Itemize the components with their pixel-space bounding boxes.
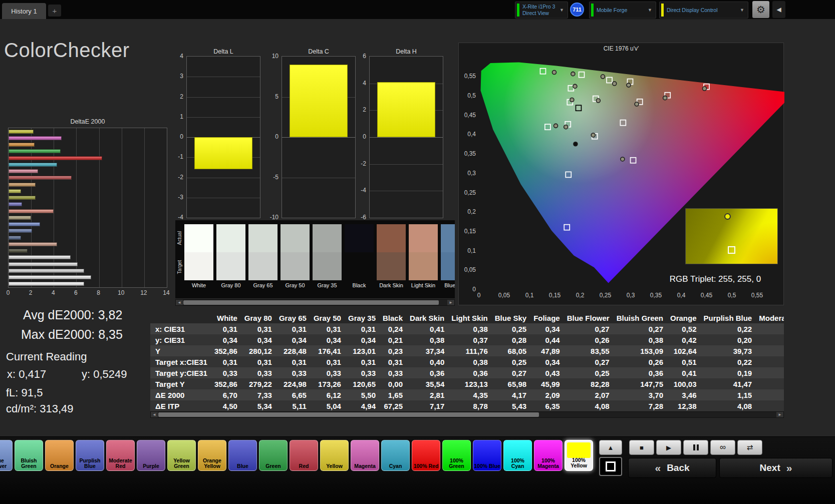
table-cell: ΔE ITP: [150, 400, 212, 411]
cie-horseshoe-plot: [459, 43, 784, 306]
x-axis-tick-label: 0,4: [671, 292, 691, 299]
scroll-right-icon[interactable]: ►: [447, 300, 454, 305]
patch-button-100-magenta[interactable]: 100% Magenta: [534, 440, 563, 471]
patch-button-purplish-blue[interactable]: Purplish Blue: [76, 440, 104, 471]
patch-button-moderate-red[interactable]: Moderate Red: [106, 440, 135, 471]
patch-button-100-yellow[interactable]: 100% Yellow: [565, 440, 593, 471]
scroll-left-icon[interactable]: ◄: [176, 300, 183, 305]
meter-dropdown[interactable]: X-Rite i1Pro 3 Direct View ▼: [515, 2, 568, 19]
table-cell: 0,46: [757, 356, 784, 367]
y-axis-tick-label: 0,25: [459, 189, 476, 196]
patch-button-100-green[interactable]: 100% Green: [442, 440, 471, 471]
add-tab-button[interactable]: +: [48, 5, 61, 17]
pause-button[interactable]: [683, 440, 708, 455]
table-cell: 45,99: [531, 378, 565, 389]
table-scrollbar[interactable]: ◄ ►: [150, 411, 784, 418]
patch-button-green[interactable]: Green: [259, 440, 288, 471]
x-axis-tick-label: 0: [3, 289, 13, 296]
patch-label: Cyan: [382, 463, 409, 469]
table-cell: 228,48: [277, 345, 312, 356]
history-tab[interactable]: History 1: [2, 3, 46, 19]
patch-button-magenta[interactable]: Magenta: [351, 440, 379, 471]
table-cell: 224,98: [277, 378, 312, 389]
play-button[interactable]: ▶: [656, 440, 681, 455]
delta-e-bar: [9, 189, 21, 193]
table-cell: 5,04: [312, 400, 346, 411]
display-control-dropdown[interactable]: Direct Display Control ▼: [659, 2, 748, 19]
table-cell: 0,43: [531, 367, 565, 378]
gridline: [370, 164, 443, 165]
gear-icon[interactable]: ⚙: [752, 1, 769, 18]
current-fl-value: fL: 91,5: [6, 386, 43, 399]
measured-point-marker: [574, 142, 578, 146]
y-axis-tick-label: 6: [353, 53, 366, 60]
scroll-up-button[interactable]: ▲: [599, 440, 622, 455]
gridline: [370, 137, 443, 138]
next-button[interactable]: Next »: [719, 458, 832, 478]
measured-point-marker: [564, 125, 568, 129]
y-axis-tick-label: 0,5: [459, 92, 476, 99]
current-y-value: y: 0,5249: [82, 368, 127, 381]
actual-swatch: [248, 224, 277, 252]
table-cell: Target y:CIE31: [150, 367, 212, 378]
patch-button-100-blue[interactable]: 100% Blue: [473, 440, 501, 471]
scrollbar-thumb[interactable]: [158, 412, 539, 417]
back-button[interactable]: « Back: [628, 458, 716, 478]
patch-button-yellow-green[interactable]: Yellow Green: [167, 440, 196, 471]
patch-button-100-red[interactable]: 100% Red: [412, 440, 440, 471]
table-cell: 0,51: [668, 356, 702, 367]
patch-button-orange[interactable]: Orange: [45, 440, 74, 471]
table-cell: 0,34: [531, 323, 565, 334]
chart-plot-area: [8, 128, 167, 288]
patch-button-blue[interactable]: Blue: [228, 440, 257, 471]
patch-button-blue-flower[interactable]: Blue Flower: [0, 440, 13, 471]
patch-label: Green: [259, 463, 287, 469]
table-cell: 83,55: [565, 345, 615, 356]
delta-e-bar: [9, 176, 72, 180]
table-cell: 0,34: [212, 334, 242, 345]
table-header-cell: Gray 65: [277, 312, 312, 323]
delta-l-chart: Delta L 43210-1-2-3-4: [170, 48, 261, 224]
loop-button[interactable]: ⇄: [737, 440, 762, 455]
patch-button-100-cyan[interactable]: 100% Cyan: [503, 440, 532, 471]
swatch-scrollbar[interactable]: ◄ ►: [175, 299, 455, 306]
patch-label: Blue: [229, 463, 256, 469]
x-axis-tick-label: 0,3: [621, 292, 641, 299]
table-cell: 0,21: [381, 334, 408, 345]
source-dropdown[interactable]: Mobile Forge ▼: [589, 2, 656, 19]
table-cell: 0,25: [493, 323, 531, 334]
target-swatch: [313, 252, 342, 280]
patch-button-bluish-green[interactable]: Bluish Green: [15, 440, 43, 471]
swatch-gray-65: Gray 65: [248, 224, 277, 290]
table-cell: 0,34: [531, 356, 565, 367]
delta-e-bar: [9, 229, 32, 233]
delta-bar: [194, 137, 253, 169]
table-cell: 3,95: [757, 389, 784, 400]
patch-button-purple[interactable]: Purple: [137, 440, 165, 471]
continuous-measure-button[interactable]: ∞: [710, 440, 735, 455]
measurement-count-badge[interactable]: 711: [570, 3, 584, 17]
patch-button-cyan[interactable]: Cyan: [381, 440, 410, 471]
y-axis-tick-label: 0,4: [459, 131, 476, 138]
scroll-right-icon[interactable]: ►: [776, 412, 783, 417]
measured-point-marker: [627, 83, 631, 87]
patch-button-red[interactable]: Red: [290, 440, 318, 471]
patch-button-orange-yellow[interactable]: Orange Yellow: [198, 440, 226, 471]
collapse-panel-icon[interactable]: ◀: [772, 1, 785, 18]
table-cell: 0,24: [381, 323, 408, 334]
table-cell: 68,05: [493, 345, 531, 356]
delta-e-bar: [9, 282, 84, 286]
table-cell: 2,09: [531, 389, 565, 400]
patch-button-yellow[interactable]: Yellow: [320, 440, 349, 471]
stop-button[interactable]: ■: [629, 440, 654, 455]
scroll-left-icon[interactable]: ◄: [151, 412, 158, 417]
display-status-indicator: [661, 4, 664, 17]
y-axis-tick-label: 0: [265, 133, 279, 140]
scrollbar-thumb[interactable]: [183, 300, 439, 305]
patch-label: 100% Blue: [473, 463, 501, 469]
table-row: Y352,86280,12228,48176,41123,010,2337,34…: [150, 345, 784, 356]
measured-point-marker: [596, 99, 600, 103]
patch-window-button[interactable]: [599, 457, 622, 476]
measured-point-marker: [571, 72, 575, 76]
delta-e-bar: [9, 242, 57, 246]
